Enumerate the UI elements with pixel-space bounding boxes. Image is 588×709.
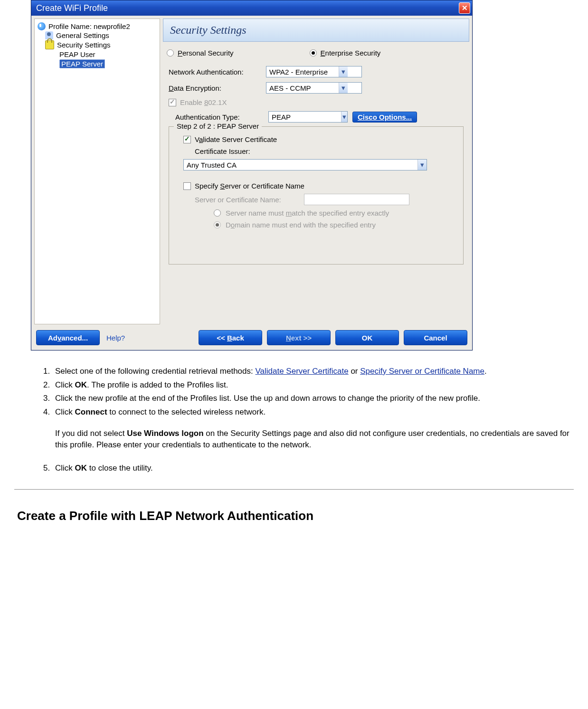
tree-peap-server[interactable]: PEAP Server xyxy=(37,59,158,69)
create-wifi-profile-dialog: Create WiFi Profile ✕ Profile Name: newp… xyxy=(31,0,473,350)
radio-icon xyxy=(214,221,221,228)
dialog-footer: Advanced... Help? << Back Next >> OK Can… xyxy=(31,326,472,350)
radio-icon xyxy=(167,49,174,57)
radio-icon xyxy=(214,209,221,217)
divider xyxy=(14,489,574,490)
radio-personal-security[interactable]: PPersonal Securityersonal Security xyxy=(167,49,234,57)
instruction-text: Select one of the following credential r… xyxy=(5,365,583,523)
field-data-encryption: Data Encryption: AES - CCMP ▾ xyxy=(167,80,465,96)
heading-leap: Create a Profile with LEAP Network Authe… xyxy=(17,509,574,523)
section-header: Security Settings xyxy=(163,19,469,42)
checkbox-icon xyxy=(183,136,191,143)
close-button[interactable]: ✕ xyxy=(459,2,470,14)
check-enable-8021x: Enable 802.1X xyxy=(167,96,465,109)
profile-tree[interactable]: Profile Name: newprofile2 General Settin… xyxy=(34,19,160,324)
lock-icon xyxy=(45,40,54,49)
tree-peap-user[interactable]: PEAP User xyxy=(37,50,158,59)
dropdown-auth-type[interactable]: PEAP ▾ xyxy=(268,111,348,123)
link-validate-cert[interactable]: Validate Server Certificate xyxy=(255,367,348,376)
chevron-down-icon: ▾ xyxy=(417,160,427,170)
group-legend: Step 2 of 2 : PEAP Server xyxy=(174,122,262,130)
chevron-down-icon: ▾ xyxy=(339,83,348,93)
check-specify-name[interactable]: Specify Server or Certificate Name xyxy=(176,180,456,192)
dropdown-network-auth[interactable]: WPA2 - Enterprise ▾ xyxy=(266,66,362,77)
field-network-auth: Network Authentication: WPA2 - Enterpris… xyxy=(167,64,465,80)
field-server-name: Server or Certificate Name: xyxy=(195,192,456,207)
input-server-name xyxy=(304,194,409,205)
checkbox-icon xyxy=(169,99,176,106)
cancel-button[interactable]: Cancel xyxy=(404,330,467,345)
label-cert-issuer: Certificate Issuer: xyxy=(176,145,456,157)
radio-match-exact: Server name must match the specified ent… xyxy=(195,207,456,219)
chevron-down-icon: ▾ xyxy=(339,66,348,77)
ok-button[interactable]: OK xyxy=(335,330,399,345)
main-panel: Security Settings PPersonal Securityerso… xyxy=(163,19,469,324)
link-specify-name[interactable]: Specify Server or Certificate Name xyxy=(360,367,484,376)
list-item: Click the new profile at the end of the … xyxy=(52,392,574,406)
group-peap-server: Step 2 of 2 : PEAP Server Validate Serve… xyxy=(169,126,464,265)
radio-enterprise-security[interactable]: Enterprise Security xyxy=(310,49,381,57)
list-item: Click OK. The profile is added to the Pr… xyxy=(52,378,574,392)
dropdown-cert-issuer[interactable]: Any Trusted CA ▾ xyxy=(183,159,427,170)
radio-icon xyxy=(310,49,317,57)
chevron-down-icon: ▾ xyxy=(341,112,347,122)
radio-match-domain: Domain name must end with the specified … xyxy=(195,219,456,231)
dropdown-data-encryption[interactable]: AES - CCMP ▾ xyxy=(266,82,362,94)
close-icon: ✕ xyxy=(462,4,468,12)
help-link[interactable]: Help? xyxy=(106,334,125,342)
cisco-options-button[interactable]: Cisco Options... xyxy=(352,112,417,123)
tree-security-settings[interactable]: Security Settings xyxy=(37,40,158,50)
check-validate-cert[interactable]: Validate Server Certificate xyxy=(176,133,456,145)
tree-profile-root[interactable]: Profile Name: newprofile2 xyxy=(37,22,158,31)
tree-general-settings[interactable]: General Settings xyxy=(37,31,158,40)
steps-list: Select one of the following credential r… xyxy=(14,365,574,475)
back-button[interactable]: << Back xyxy=(199,330,262,345)
checkbox-icon xyxy=(183,182,191,190)
next-button[interactable]: Next >> xyxy=(267,330,331,345)
list-item: Select one of the following credential r… xyxy=(52,365,574,378)
list-item: Click Connect to connect to the selected… xyxy=(52,406,574,452)
wifi-icon xyxy=(38,22,46,30)
titlebar: Create WiFi Profile ✕ xyxy=(31,0,472,16)
advanced-button[interactable]: Advanced... xyxy=(36,330,100,345)
list-item: Click OK to close the utility. xyxy=(52,462,574,475)
window-title: Create WiFi Profile xyxy=(36,3,459,13)
